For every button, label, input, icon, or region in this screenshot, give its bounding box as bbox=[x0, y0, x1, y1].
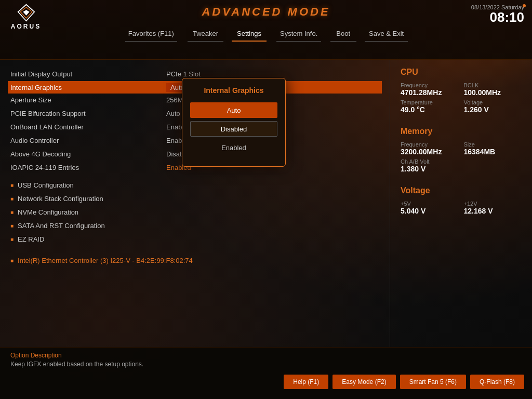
voltage-title: Voltage bbox=[401, 186, 522, 195]
setting-label: Above 4G Decoding bbox=[10, 150, 166, 158]
corner-indicator bbox=[523, 4, 526, 7]
cpu-bclk-block: BCLK 100.00MHz bbox=[464, 82, 522, 97]
title-bar: AORUS ADVANCED MODE 08/13/2022 Saturday … bbox=[0, 0, 532, 23]
section-sata-rst[interactable]: ■ SATA And RST Configuration bbox=[10, 219, 379, 232]
bullet-icon: ■ bbox=[10, 236, 14, 242]
mem-freq-block: Frequency 3200.00MHz bbox=[401, 141, 459, 156]
bullet-icon: ■ bbox=[10, 196, 14, 202]
section-label: NVMe Configuration bbox=[18, 208, 78, 216]
option-description: Option Description Keep IGFX enabled bas… bbox=[0, 348, 532, 370]
bottom-bar: Option Description Keep IGFX enabled bas… bbox=[0, 347, 532, 399]
svg-marker-2 bbox=[23, 10, 29, 16]
bullet-icon: ■ bbox=[10, 182, 14, 188]
section-nvme-config[interactable]: ■ NVMe Configuration bbox=[10, 206, 379, 218]
voltage-grid: +5V 5.040 V +12V 12.168 V bbox=[401, 201, 522, 215]
setting-label: Initial Display Output bbox=[10, 70, 166, 78]
cpu-title: CPU bbox=[401, 68, 522, 77]
option-description-text: Keep IGFX enabled based on the setup opt… bbox=[10, 361, 522, 368]
tab-save-exit[interactable]: Save & Exit bbox=[360, 26, 413, 41]
popup-option-auto[interactable]: Auto bbox=[190, 102, 277, 118]
help-button[interactable]: Help (F1) bbox=[284, 375, 328, 389]
qflash-button[interactable]: Q-Flash (F8) bbox=[470, 375, 524, 389]
mem-size-block: Size 16384MB bbox=[464, 141, 522, 156]
bottom-buttons: Help (F1) Easy Mode (F2) Smart Fan 5 (F6… bbox=[0, 370, 532, 393]
bullet-icon: ■ bbox=[10, 258, 14, 263]
cpu-section: CPU Frequency 4701.28MHz BCLK 100.00MHz … bbox=[401, 68, 522, 114]
section-network-stack[interactable]: ■ Network Stack Configuration bbox=[10, 192, 379, 205]
section-label: SATA And RST Configuration bbox=[18, 222, 105, 230]
logo-text: AORUS bbox=[11, 23, 41, 30]
popup-container: Internal Graphics Auto Disabled Enabled bbox=[182, 78, 286, 167]
setting-label: IOAPIC 24-119 Entries bbox=[10, 164, 166, 171]
setting-label: Internal Graphics bbox=[10, 84, 166, 91]
section-ez-raid[interactable]: ■ EZ RAID bbox=[10, 233, 379, 245]
mem-chvolt-block: Ch A/B Volt 1.380 V bbox=[401, 158, 522, 173]
voltage-section: Voltage +5V 5.040 V +12V 12.168 V bbox=[401, 186, 522, 215]
setting-label: OnBoard LAN Controller bbox=[10, 123, 166, 131]
setting-label: Aperture Size bbox=[10, 96, 166, 104]
setting-label: Audio Controller bbox=[10, 137, 166, 144]
p12v-block: +12V 12.168 V bbox=[464, 201, 522, 215]
p5v-block: +5V 5.040 V bbox=[401, 201, 459, 215]
bullet-icon: ■ bbox=[10, 209, 14, 215]
setting-value: Auto bbox=[166, 110, 180, 117]
section-label: Network Stack Configuration bbox=[18, 195, 103, 203]
setting-label: PCIE Bifurcation Support bbox=[10, 110, 166, 117]
section-label: EZ RAID bbox=[18, 235, 44, 243]
bullet-icon: ■ bbox=[10, 223, 14, 229]
cpu-freq-label: Frequency 4701.28MHz bbox=[401, 82, 459, 97]
datetime: 08/13/2022 Saturday 08:10 bbox=[471, 4, 524, 24]
easy-mode-button[interactable]: Easy Mode (F2) bbox=[332, 375, 395, 389]
memory-section: Memory Frequency 3200.00MHz Size 16384MB… bbox=[401, 127, 522, 173]
logo: AORUS bbox=[8, 3, 44, 31]
cpu-grid: Frequency 4701.28MHz BCLK 100.00MHz Temp… bbox=[401, 82, 522, 114]
tab-tweaker[interactable]: Tweaker bbox=[183, 26, 228, 41]
ethernet-item[interactable]: ■ Intel(R) Ethernet Controller (3) I225-… bbox=[10, 254, 379, 267]
internal-graphics-popup: Internal Graphics Auto Disabled Enabled bbox=[182, 78, 286, 167]
tab-boot[interactable]: Boot bbox=[327, 26, 360, 41]
section-label: USB Configuration bbox=[18, 181, 74, 189]
setting-value: PCIe 1 Slot bbox=[166, 70, 201, 78]
memory-grid: Frequency 3200.00MHz Size 16384MB Ch A/B… bbox=[401, 141, 522, 173]
tab-favorites[interactable]: Favorites (F11) bbox=[119, 26, 183, 41]
tab-sysinfo[interactable]: System Info. bbox=[271, 26, 327, 41]
cpu-temp-block: Temperature 49.0 °C bbox=[401, 99, 459, 114]
option-description-title: Option Description bbox=[10, 352, 522, 359]
cpu-volt-block: Voltage 1.260 V bbox=[464, 99, 522, 114]
tab-settings[interactable]: Settings bbox=[228, 26, 271, 41]
popup-option-disabled[interactable]: Disabled bbox=[190, 121, 277, 137]
ethernet-label: Intel(R) Ethernet Controller (3) I225-V … bbox=[18, 257, 193, 264]
smart-fan-button[interactable]: Smart Fan 5 (F6) bbox=[400, 375, 466, 389]
popup-title: Internal Graphics bbox=[190, 86, 277, 95]
info-panel: CPU Frequency 4701.28MHz BCLK 100.00MHz … bbox=[390, 60, 532, 347]
popup-option-enabled[interactable]: Enabled bbox=[190, 140, 277, 155]
aorus-logo-icon bbox=[17, 4, 35, 22]
nav-tabs: Favorites (F11) Tweaker Settings System … bbox=[0, 23, 532, 43]
time-display: 08:10 bbox=[490, 9, 525, 25]
header: AORUS ADVANCED MODE 08/13/2022 Saturday … bbox=[0, 0, 532, 60]
app-title: ADVANCED MODE bbox=[202, 5, 330, 19]
section-usb-config[interactable]: ■ USB Configuration bbox=[10, 179, 379, 191]
memory-title: Memory bbox=[401, 127, 522, 136]
